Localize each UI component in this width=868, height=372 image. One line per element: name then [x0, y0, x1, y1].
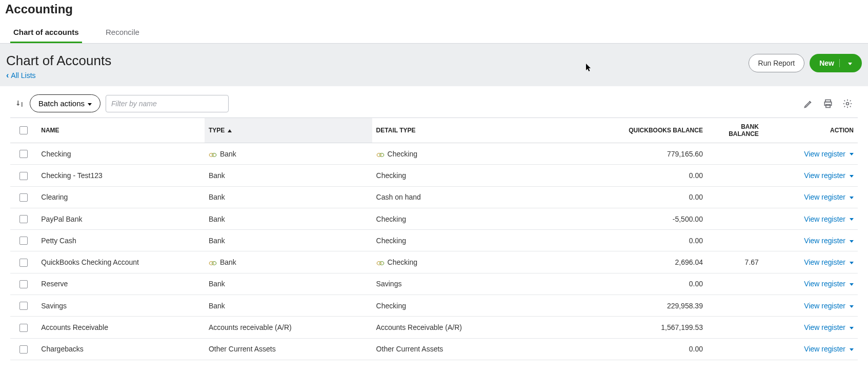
tab-reconcile[interactable]: Reconcile	[103, 22, 143, 43]
col-header-qb-balance[interactable]: QUICKBOOKS BALANCE	[539, 118, 707, 143]
accounts-table: NAME TYPE DETAIL TYPE QUICKBOOKS BALANCE…	[10, 118, 858, 360]
chevron-down-icon	[845, 237, 854, 245]
row-checkbox[interactable]	[19, 215, 28, 223]
cell-detail-type: Checking	[372, 165, 540, 186]
tab-bar: Chart of accounts Reconcile	[0, 22, 868, 44]
cell-type: Bank	[205, 295, 372, 317]
filter-by-name-input[interactable]	[106, 95, 229, 112]
pencil-icon[interactable]	[803, 99, 814, 109]
cell-type: Bank	[205, 143, 372, 165]
chevron-down-icon	[845, 171, 854, 180]
tab-chart-of-accounts[interactable]: Chart of accounts	[10, 22, 82, 43]
gear-icon[interactable]	[842, 99, 853, 109]
col-header-type[interactable]: TYPE	[205, 118, 372, 143]
svg-point-9	[212, 262, 216, 265]
row-checkbox[interactable]	[19, 324, 28, 332]
cell-name: Savings	[37, 295, 205, 317]
row-checkbox[interactable]	[19, 237, 28, 245]
table-row: CheckingBankChecking779,165.60View regis…	[10, 143, 858, 165]
col-header-action: ACTION	[763, 118, 858, 143]
new-button[interactable]: New	[810, 54, 862, 72]
view-register-action[interactable]: View register	[804, 150, 854, 158]
chevron-down-icon	[845, 280, 854, 288]
new-button-label: New	[819, 59, 834, 67]
table-row: Checking - Test123BankChecking0.00View r…	[10, 165, 858, 186]
cell-name: Checking	[37, 143, 205, 165]
cell-bank-balance	[707, 186, 763, 208]
cell-detail-type: Savings	[372, 273, 540, 295]
cell-detail-type: Checking	[372, 251, 540, 273]
table-row: Petty CashBankChecking0.00View register	[10, 230, 858, 251]
run-report-button[interactable]: Run Report	[749, 54, 805, 72]
back-all-lists-link[interactable]: All Lists	[6, 71, 36, 80]
subheader: Chart of Accounts All Lists Run Report N…	[0, 44, 868, 86]
table-row: PayPal BankBankChecking-5,500.00View reg…	[10, 208, 858, 229]
col-header-detail-type[interactable]: DETAIL TYPE	[372, 118, 540, 143]
view-register-action[interactable]: View register	[804, 258, 854, 266]
select-all-checkbox[interactable]	[19, 126, 28, 134]
collapse-swap-icon[interactable]	[15, 99, 25, 108]
view-register-action[interactable]: View register	[804, 193, 854, 201]
cell-type: Bank	[205, 230, 372, 251]
chevron-down-icon	[845, 150, 854, 158]
cell-bank-balance	[707, 273, 763, 295]
chevron-down-icon	[845, 345, 854, 353]
cell-name: Chargebacks	[37, 338, 205, 360]
cell-name: Reserve	[37, 273, 205, 295]
batch-actions-label: Batch actions	[38, 99, 85, 108]
row-checkbox[interactable]	[19, 345, 28, 354]
svg-point-11	[379, 262, 383, 265]
view-register-action[interactable]: View register	[804, 323, 854, 331]
batch-actions-button[interactable]: Batch actions	[30, 94, 100, 112]
cell-qb-balance: 0.00	[539, 186, 707, 208]
chevron-down-icon	[845, 215, 854, 223]
cell-name: QuickBooks Checking Account	[37, 251, 205, 273]
cell-type: Accounts receivable (A/R)	[205, 317, 372, 338]
cell-detail-type: Accounts Receivable (A/R)	[372, 317, 540, 338]
cell-name: PayPal Bank	[37, 208, 205, 229]
link-icon	[209, 260, 217, 266]
row-checkbox[interactable]	[19, 193, 28, 202]
link-icon	[209, 151, 217, 158]
print-icon[interactable]	[823, 99, 833, 109]
view-register-action[interactable]: View register	[804, 171, 854, 180]
row-checkbox[interactable]	[19, 150, 28, 158]
view-register-action[interactable]: View register	[804, 280, 854, 288]
svg-point-5	[212, 153, 216, 157]
cell-type: Bank	[205, 208, 372, 229]
cell-qb-balance: 2,696.04	[539, 251, 707, 273]
row-checkbox[interactable]	[19, 172, 28, 180]
cell-type: Bank	[205, 251, 372, 273]
table-toolbar: Batch actions	[0, 86, 868, 118]
view-register-action[interactable]: View register	[804, 237, 854, 245]
cell-qb-balance: 0.00	[539, 165, 707, 186]
row-checkbox[interactable]	[19, 280, 28, 288]
cell-qb-balance: 779,165.60	[539, 143, 707, 165]
cell-bank-balance	[707, 317, 763, 338]
view-register-action[interactable]: View register	[804, 345, 854, 353]
view-register-action[interactable]: View register	[804, 215, 854, 223]
row-checkbox[interactable]	[19, 302, 28, 310]
table-row: QuickBooks Checking AccountBankChecking2…	[10, 251, 858, 273]
col-header-bank-balance[interactable]: BANK BALANCE	[707, 118, 763, 143]
cell-name: Checking - Test123	[37, 165, 205, 186]
table-row: Accounts ReceivableAccounts receivable (…	[10, 317, 858, 338]
table-row: ClearingBankCash on hand0.00View registe…	[10, 186, 858, 208]
cell-type: Bank	[205, 165, 372, 186]
cell-name: Clearing	[37, 186, 205, 208]
link-icon	[376, 260, 385, 266]
view-register-action[interactable]: View register	[804, 302, 854, 310]
svg-point-7	[379, 153, 383, 157]
row-checkbox[interactable]	[19, 259, 28, 267]
cell-name: Petty Cash	[37, 230, 205, 251]
cell-type: Other Current Assets	[205, 338, 372, 360]
cell-qb-balance: -5,500.00	[539, 208, 707, 229]
table-row: ReserveBankSavings0.00View register	[10, 273, 858, 295]
cell-detail-type: Checking	[372, 208, 540, 229]
page-title: Chart of Accounts	[6, 53, 111, 69]
cell-bank-balance	[707, 208, 763, 229]
chevron-down-icon	[839, 59, 852, 67]
table-row: ChargebacksOther Current AssetsOther Cur…	[10, 338, 858, 360]
link-icon	[376, 151, 385, 158]
col-header-name[interactable]: NAME	[37, 118, 205, 143]
